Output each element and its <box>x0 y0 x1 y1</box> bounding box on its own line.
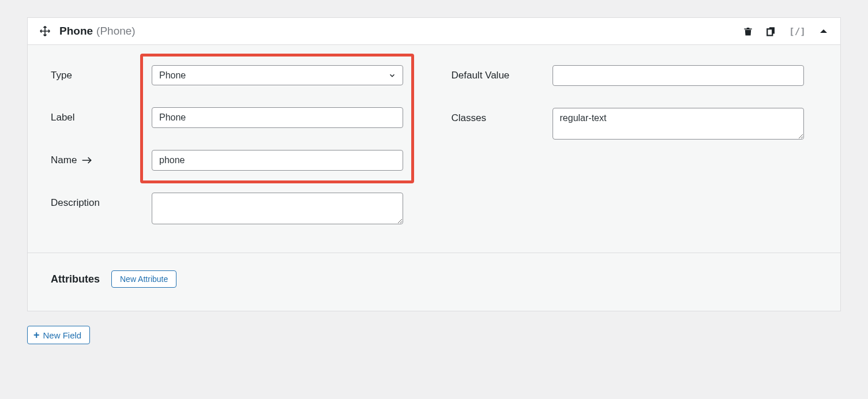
description-textarea[interactable] <box>152 193 403 224</box>
collapse-icon[interactable] <box>818 26 829 36</box>
trash-icon[interactable] <box>743 26 753 36</box>
plus-icon: + <box>33 330 40 340</box>
new-attribute-button[interactable]: New Attribute <box>111 270 176 288</box>
default-value-input[interactable] <box>553 65 804 86</box>
field-title: Phone <box>59 25 93 37</box>
type-select[interactable]: Phone <box>152 65 403 85</box>
field-body: Type Phone Label Name <box>28 45 840 253</box>
default-value-label: Default Value <box>452 65 553 81</box>
copy-icon[interactable] <box>766 26 776 36</box>
attributes-section: Attributes New Attribute <box>28 253 840 311</box>
label-label: Label <box>51 107 152 123</box>
classes-textarea[interactable]: regular-text <box>553 108 804 140</box>
attributes-title: Attributes <box>51 273 100 285</box>
move-icon[interactable] <box>39 25 51 37</box>
arrow-right-icon <box>81 156 93 164</box>
field-header[interactable]: Phone (Phone) [/] <box>28 18 840 45</box>
type-label: Type <box>51 65 152 81</box>
name-input[interactable] <box>152 150 403 171</box>
classes-label: Classes <box>452 108 553 124</box>
svg-rect-1 <box>767 29 772 35</box>
name-label: Name <box>51 150 152 166</box>
field-subtitle: (Phone) <box>96 25 136 37</box>
field-box: Phone (Phone) [/] Type Phone <box>27 17 841 311</box>
description-label: Description <box>51 193 152 209</box>
shortcode-icon[interactable]: [/] <box>789 26 806 36</box>
label-input[interactable] <box>152 107 403 128</box>
new-field-button[interactable]: + New Field <box>27 326 90 344</box>
